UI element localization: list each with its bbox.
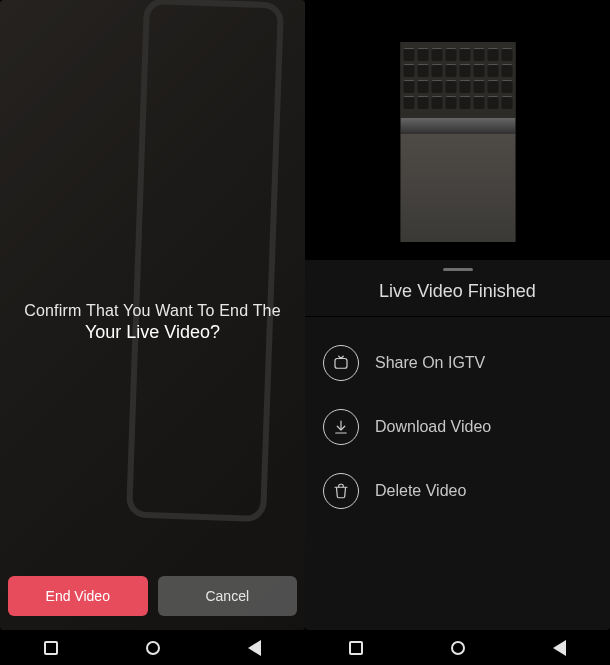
action-list: Share On IGTV Download Video Delete Vide… xyxy=(305,317,610,523)
sheet-drag-handle[interactable] xyxy=(443,268,473,271)
back-button[interactable] xyxy=(553,640,566,656)
cancel-button[interactable]: Cancel xyxy=(158,576,298,616)
sheet-title: Live Video Finished xyxy=(305,281,610,316)
download-icon xyxy=(323,409,359,445)
download-video-label: Download Video xyxy=(375,418,491,436)
share-igtv-label: Share On IGTV xyxy=(375,354,485,372)
delete-video-label: Delete Video xyxy=(375,482,466,500)
end-video-button[interactable]: End Video xyxy=(8,576,148,616)
home-button[interactable] xyxy=(146,641,160,655)
android-navbar-right xyxy=(305,630,610,665)
keyboard-graphic xyxy=(400,42,515,122)
end-live-confirm-panel: Confirm That You Want To End The Your Li… xyxy=(0,0,305,630)
live-finished-panel: Live Video Finished Share On IGTV Downlo… xyxy=(305,0,610,630)
confirm-line-2: Your Live Video? xyxy=(18,322,287,343)
delete-video-action[interactable]: Delete Video xyxy=(321,459,594,523)
android-navbar-left xyxy=(0,630,305,665)
bottom-sheet: Live Video Finished Share On IGTV Downlo… xyxy=(305,260,610,630)
recent-apps-button[interactable] xyxy=(44,641,58,655)
live-video-thumbnail xyxy=(400,42,515,242)
surface-graphic xyxy=(400,134,515,242)
download-video-action[interactable]: Download Video xyxy=(321,395,594,459)
back-button[interactable] xyxy=(248,640,261,656)
confirm-line-1: Confirm That You Want To End The xyxy=(18,302,287,320)
igtv-icon xyxy=(323,345,359,381)
share-igtv-action[interactable]: Share On IGTV xyxy=(321,331,594,395)
confirm-message: Confirm That You Want To End The Your Li… xyxy=(0,302,305,343)
home-button[interactable] xyxy=(451,641,465,655)
trash-icon xyxy=(323,473,359,509)
confirm-buttons-row: End Video Cancel xyxy=(8,576,297,616)
recent-apps-button[interactable] xyxy=(349,641,363,655)
svg-rect-0 xyxy=(335,359,347,369)
